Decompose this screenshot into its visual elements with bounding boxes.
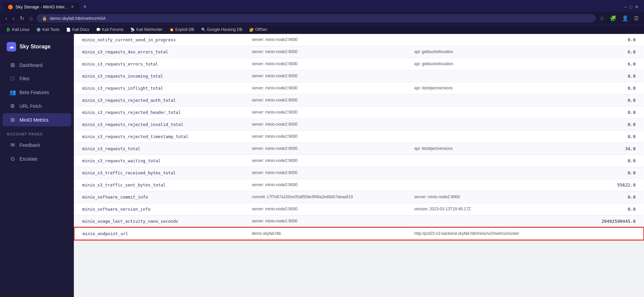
menu-button[interactable]: ☰ [633, 14, 640, 23]
profile-button[interactable]: 👤 [620, 14, 630, 23]
account-pages-label: ACCOUNT PAGES [0, 127, 74, 138]
address-bar[interactable]: 🔒 demo.skyfall.htb/metrics%0A [37, 14, 596, 23]
metric-name: minio_s3_requests_rejected_invalid_total [74, 119, 244, 131]
metric-label2: server: minio-node2:9000 [244, 167, 406, 179]
sidebar-item-beta-features[interactable]: 👥 Beta Features [3, 86, 71, 99]
bookmark-kali-forums[interactable]: 💬Kali Forums [94, 27, 126, 33]
metric-label2: server: minio-node2:9000 [244, 58, 406, 70]
bookmark-google-hacking-db[interactable]: 🔍Google Hacking DB [199, 27, 244, 33]
bookmark-kali-docs[interactable]: 📄Kali Docs [64, 27, 91, 33]
metric-label3 [406, 107, 574, 119]
metric-label2: server: minio-node2:9000 [244, 119, 406, 131]
metric-name: minio_s3_requests_errors_total [74, 58, 244, 70]
bookmarks-bar: 🐉Kali Linux ⚙️Kali Tools 📄Kali Docs 💬Kal… [0, 25, 644, 34]
back-button[interactable]: ‹ [4, 14, 8, 23]
bookmark-kali-tools[interactable]: ⚙️Kali Tools [34, 27, 61, 33]
metric-label2: server: minio-node2:9000 [244, 46, 406, 58]
new-tab-button[interactable]: + [81, 2, 90, 12]
metric-value: 0.0 [574, 203, 644, 215]
active-tab[interactable]: Sky Storage - MinIO Inter... ✕ [3, 2, 79, 11]
metric-label3: version: 2023-03-13T19:46:17Z [406, 203, 574, 215]
sidebar-item-label: MinIO Metrics [19, 117, 48, 123]
bookmark-exploit-db[interactable]: 💥Exploit-DB [167, 27, 196, 33]
metric-value: 0.0 [574, 34, 644, 46]
beta-features-icon: 👥 [9, 89, 15, 95]
metric-label2: commit: c7f7e67a100ce35af559e3f49a2ed0b6… [244, 191, 406, 203]
dashboard-icon: ⊞ [9, 62, 15, 68]
metric-label2: demo.skyfall.htb [244, 227, 406, 240]
metric-label2: server: minio-node2:9000 [244, 143, 406, 155]
metric-value: 6.0 [574, 46, 644, 58]
metric-value: 0.0 [574, 167, 644, 179]
bookmark-button[interactable]: ☆ [598, 14, 606, 23]
table-row: minio_s3_requests_rejected_timestamp_tot… [74, 131, 644, 143]
metric-value: 0.0 [574, 82, 644, 94]
url-fetch-icon: ⚙ [9, 103, 15, 109]
metric-label3 [406, 94, 574, 107]
bookmark-kali-linux[interactable]: 🐉Kali Linux [4, 27, 32, 33]
table-row: minio_s3_traffic_sent_bytes_total server… [74, 179, 644, 191]
table-row: minio_software_version_info server: mini… [74, 203, 644, 215]
metric-label2: server: minio-node2:9000 [244, 155, 406, 167]
sidebar-item-dashboard[interactable]: ⊞ Dashboard [3, 58, 71, 72]
metric-label3: api: listobjectversions [406, 82, 574, 94]
bookmark-kali-nethunter[interactable]: 📡Kali NetHunter [128, 27, 165, 33]
metric-name: minio_usage_last_activity_nano_seconds [74, 215, 244, 228]
metric-label3 [406, 131, 574, 143]
sidebar-item-label: Files [19, 76, 30, 81]
metric-label3 [406, 167, 574, 179]
window-maximize[interactable]: □ [630, 4, 632, 9]
metric-label3 [406, 155, 574, 167]
metric-label3: server: minio-node2:9000 [406, 191, 574, 203]
metric-label2: server: minio-node2:9000 [244, 34, 406, 46]
metric-name: minio_s3_traffic_sent_bytes_total [74, 179, 244, 191]
sidebar-item-escalate[interactable]: ⊙ Escalate [3, 152, 71, 165]
home-button[interactable]: ⌂ [28, 14, 34, 23]
browser-chrome: Sky Storage - MinIO Inter... ✕ + ─ □ ✕ ‹… [0, 0, 644, 34]
table-row: minio_s3_requests_incoming_total server:… [74, 70, 644, 82]
sidebar-item-label: URL Fetch [19, 103, 42, 109]
brand-icon: ☁ [7, 42, 16, 51]
sidebar-item-files[interactable]: □ Files [3, 72, 71, 85]
metric-label3: api: listobjectversions [406, 143, 574, 155]
sidebar-item-minio-metrics[interactable]: ⊙ MinIO Metrics [3, 113, 71, 126]
url-display: demo.skyfall.htb/metrics%0A [50, 16, 106, 21]
table-row: minio_notify_current_send_in_progress se… [74, 34, 644, 46]
sidebar-item-url-fetch[interactable]: ⚙ URL Fetch [3, 99, 71, 113]
metric-value: 55622.0 [574, 179, 644, 191]
bookmark-offsec[interactable]: 🔐OffSec [247, 27, 269, 33]
table-row: minio_s3_requests_inflight_total server:… [74, 82, 644, 94]
metric-value: 6.0 [574, 58, 644, 70]
main-content: minio_notify_current_send_in_progress se… [74, 34, 644, 297]
metric-label3: api: getbucketlocation [406, 58, 574, 70]
app-container: ☁ Sky Storage ⊞ Dashboard □ Files 👥 Beta… [0, 34, 644, 297]
metric-label3 [406, 179, 574, 191]
metric-label3 [406, 70, 574, 82]
tab-bar: Sky Storage - MinIO Inter... ✕ + ─ □ ✕ [0, 0, 644, 12]
metric-name: minio_s3_requests_rejected_auth_total [74, 94, 244, 107]
tab-label: Sky Storage - MinIO Inter... [15, 4, 68, 9]
reload-button[interactable]: ↻ [18, 14, 26, 23]
metric-name: minio_s3_requests_total [74, 143, 244, 155]
table-row: minio_s3_requests_errors_total server: m… [74, 58, 644, 70]
sidebar-item-feedback[interactable]: ✉ Feedback [3, 138, 71, 152]
lock-icon: 🔒 [42, 16, 47, 21]
window-minimize[interactable]: ─ [624, 4, 627, 9]
table-row: minio_s3_requests_total server: minio-no… [74, 143, 644, 155]
sidebar-item-label: Dashboard [19, 62, 43, 68]
table-row: minio_s3_requests_rejected_auth_total se… [74, 94, 644, 107]
table-row: minio_s3_requests_4xx_errors_total serve… [74, 46, 644, 58]
metric-name: minio_notify_current_send_in_progress [74, 34, 244, 46]
metric-name: minio_s3_requests_incoming_total [74, 70, 244, 82]
metric-label3: http://prd23-s3-backend.skyfall.htb/mini… [406, 227, 574, 240]
sidebar-item-label: Escalate [19, 156, 38, 162]
table-row: minio_s3_requests_rejected_header_total … [74, 107, 644, 119]
metric-name: minio_s3_traffic_received_bytes_total [74, 167, 244, 179]
metric-label2: server: minio-node2:9000 [244, 107, 406, 119]
files-icon: □ [9, 76, 15, 82]
tab-close-button[interactable]: ✕ [71, 5, 74, 9]
window-close[interactable]: ✕ [635, 4, 639, 9]
extensions-button[interactable]: 🧩 [608, 14, 618, 23]
metric-name: minio_s3_requests_waiting_total [74, 155, 244, 167]
forward-button[interactable]: › [11, 14, 15, 23]
